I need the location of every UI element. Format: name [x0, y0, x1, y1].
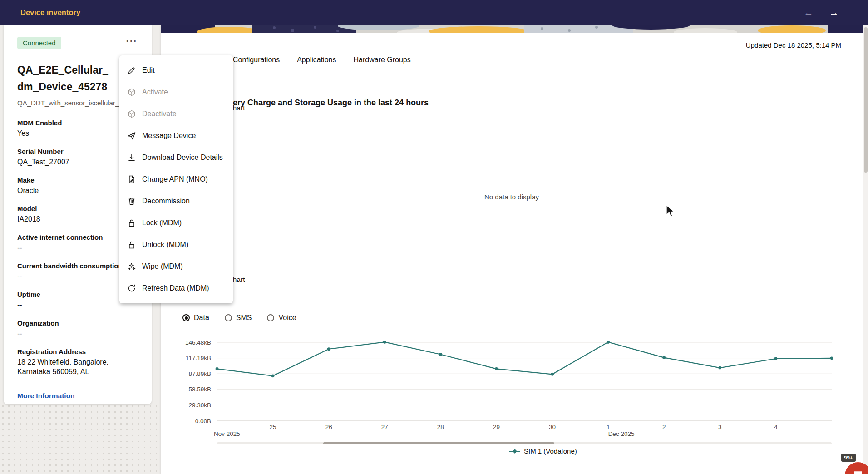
radio-sms[interactable]: SMS — [225, 314, 252, 322]
menu-item-label: Lock (MDM) — [142, 219, 182, 227]
field-label: Organization — [17, 319, 138, 327]
device-detail-card: Updated Dec 18 2025, 5:14 PM Configurati… — [161, 25, 863, 474]
menu-item-download-device-details[interactable]: Download Device Details — [119, 147, 233, 168]
x-axis-tick-label: 29 — [493, 424, 500, 430]
forward-arrow-button[interactable]: → — [826, 0, 842, 25]
x-axis-tick-label: 4 — [774, 424, 778, 430]
field-label: Registration Address — [17, 347, 138, 356]
refresh-icon — [127, 284, 136, 293]
menu-item-activate: Activate — [119, 81, 233, 103]
menu-item-edit[interactable]: Edit — [119, 59, 233, 81]
wipe-icon — [127, 262, 136, 271]
menu-item-deactivate: Deactivate — [119, 103, 233, 125]
usage-data-point — [718, 366, 721, 370]
x-axis-tick-label: 1 — [607, 424, 610, 430]
back-arrow-button[interactable]: ← — [801, 0, 816, 25]
detail-tab-bar: ConfigurationsApplicationsHardware Group… — [233, 56, 411, 64]
x-axis-tick-label: 28 — [437, 424, 444, 430]
radio-label: Data — [194, 314, 209, 322]
page-title: Device inventory — [20, 0, 80, 25]
field-value: -- — [17, 329, 138, 338]
document-edit-icon — [127, 175, 136, 184]
download-icon — [127, 153, 136, 162]
menu-item-label: Refresh Data (MDM) — [142, 284, 209, 292]
usage-data-point — [327, 347, 330, 351]
radio-data[interactable]: Data — [182, 314, 209, 322]
menu-item-label: Deactivate — [142, 110, 177, 118]
device-name-line2: dm_Device_45278 — [17, 81, 107, 93]
menu-item-unlock-mdm[interactable]: Unlock (MDM) — [119, 234, 233, 256]
tab-configurations[interactable]: Configurations — [233, 56, 280, 64]
notification-count-badge: 99+ — [841, 454, 856, 462]
usage-data-point — [383, 341, 386, 344]
more-information-link[interactable]: More Information — [17, 392, 75, 400]
usage-data-point — [774, 357, 778, 360]
empty-chart-message: No data to display — [448, 193, 575, 201]
y-axis-tick-label: 117.19kB — [186, 355, 211, 361]
menu-item-label: Download Device Details — [142, 153, 223, 162]
unlock-icon — [127, 240, 136, 249]
app-header: Device inventory ← → — [0, 0, 868, 25]
usage-data-point — [216, 367, 219, 370]
tab-applications[interactable]: Applications — [297, 56, 336, 64]
section-title-battery-storage: Battery Charge and Storage Usage in the … — [217, 98, 429, 108]
x-axis-tick-label: 25 — [270, 424, 276, 430]
usage-series-line — [217, 342, 832, 375]
field-registration-address: Registration Address18 22 Whitefield, Ba… — [17, 347, 138, 376]
menu-item-label: Unlock (MDM) — [142, 241, 188, 249]
legend-marker-diamond — [513, 449, 517, 454]
menu-item-message-device[interactable]: Message Device — [119, 125, 233, 147]
menu-item-label: Wipe (MDM) — [142, 262, 183, 271]
usage-data-point — [830, 356, 833, 360]
usage-data-point — [271, 374, 275, 377]
more-actions-button[interactable]: ⋯ — [124, 37, 138, 45]
radio-icon — [225, 314, 232, 321]
chart-hscrollbar-thumb[interactable] — [323, 442, 554, 444]
usage-data-point — [607, 341, 610, 344]
radio-icon — [182, 314, 190, 321]
background-dot-texture — [0, 403, 158, 474]
tab-hardware-groups[interactable]: Hardware Groups — [353, 56, 410, 64]
deactivate-icon — [127, 109, 136, 118]
pencil-icon — [127, 66, 136, 75]
usage-data-point — [551, 373, 554, 376]
menu-item-refresh-data-mdm[interactable]: Refresh Data (MDM) — [119, 277, 233, 299]
radio-label: Voice — [278, 314, 296, 322]
radio-voice[interactable]: Voice — [267, 314, 296, 322]
x-axis-tick-label: 3 — [718, 424, 722, 430]
radio-label: SMS — [236, 314, 252, 322]
usage-line-chart: 146.48kB117.19kB87.89kB58.59kB29.30kB0.0… — [161, 338, 863, 465]
menu-item-label: Edit — [142, 66, 155, 74]
x-axis-tick-label: 26 — [326, 424, 332, 430]
y-axis-tick-label: 146.48kB — [185, 339, 211, 346]
y-axis-tick-label: 0.00B — [195, 418, 211, 425]
trash-icon — [127, 197, 136, 206]
last-updated-timestamp: Updated Dec 18 2025, 5:14 PM — [746, 41, 841, 49]
menu-item-label: Message Device — [142, 132, 196, 140]
field-value: 18 22 Whitefield, Bangalore, Karnataka 5… — [17, 357, 138, 376]
usage-data-point — [662, 356, 666, 359]
field-organization: Organization-- — [17, 319, 138, 338]
month-label-nov: Nov 2025 — [214, 430, 240, 437]
decorative-banner — [161, 25, 863, 33]
menu-item-decommission[interactable]: Decommission — [119, 190, 233, 212]
legend-label: SIM 1 (Vodafone) — [524, 447, 577, 455]
lock-icon — [127, 218, 136, 227]
device-actions-menu: EditActivateDeactivateMessage DeviceDown… — [119, 55, 233, 303]
y-axis-tick-label: 87.89kB — [188, 370, 211, 377]
menu-item-label: Decommission — [142, 197, 190, 205]
x-axis-tick-label: 2 — [662, 424, 666, 430]
menu-item-wipe-mdm[interactable]: Wipe (MDM) — [119, 256, 233, 277]
device-name-line1: QA_E2E_Cellular_ — [17, 64, 108, 76]
menu-item-lock-mdm[interactable]: Lock (MDM) — [119, 212, 233, 234]
chat-bubble-icon — [852, 469, 864, 474]
x-axis-tick-label: 27 — [381, 424, 388, 430]
menu-item-label: Activate — [142, 88, 168, 96]
menu-item-label: Change APN (MNO) — [142, 175, 208, 183]
status-badge: Connected — [17, 37, 61, 49]
page-scrollbar-thumb[interactable] — [864, 27, 868, 173]
y-axis-tick-label: 29.30kB — [188, 402, 211, 409]
send-icon — [127, 131, 136, 140]
menu-item-change-apn-mno[interactable]: Change APN (MNO) — [119, 168, 233, 190]
usage-data-point — [495, 367, 498, 370]
